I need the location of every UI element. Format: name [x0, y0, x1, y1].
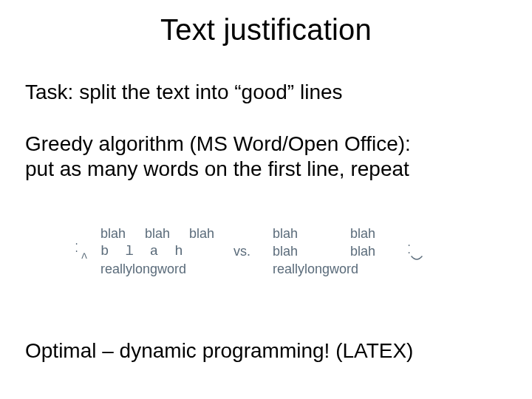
left-row-3: reallylongword: [100, 262, 226, 276]
spaced-word: blah: [100, 244, 200, 259]
word: blah: [350, 244, 375, 259]
left-row-1: blah blah blah: [100, 226, 226, 241]
optimal-line: Optimal – dynamic programming! (LATEX): [25, 338, 507, 364]
word: blah: [350, 226, 375, 241]
sad-mouth-icon: ^: [81, 253, 88, 264]
happy-face-icon: . .: [406, 240, 427, 262]
word: blah: [189, 226, 214, 241]
right-row-1: blah blah: [273, 226, 402, 241]
right-text-block: blah blah blah blah reallylongword: [273, 226, 402, 276]
long-word: reallylongword: [273, 262, 358, 276]
left-row-2-spaced: blah: [100, 244, 226, 259]
comparison-figure: . . ^ blah blah blah blah reallylongword…: [74, 207, 458, 296]
greedy-line-1: Greedy algorithm (MS Word/Open Office):: [25, 132, 507, 157]
left-text-block: blah blah blah blah reallylongword: [100, 226, 226, 276]
slide-title: Text justification: [0, 13, 532, 47]
greedy-paragraph: Greedy algorithm (MS Word/Open Office): …: [25, 132, 507, 182]
long-word: reallylongword: [100, 262, 186, 276]
smile-mouth-icon: [410, 255, 423, 262]
word: blah: [273, 226, 350, 241]
word: blah: [273, 244, 350, 259]
vs-label: vs.: [233, 244, 250, 259]
greedy-line-2: put as many words on the first line, rep…: [25, 157, 507, 182]
task-line: Task: split the text into “good” lines: [25, 80, 507, 105]
slide: Text justification Task: split the text …: [0, 0, 532, 399]
right-row-3: reallylongword: [273, 262, 402, 276]
face-eyes-right: . .: [406, 240, 427, 255]
right-row-2: blah blah: [273, 244, 402, 259]
word: blah: [145, 226, 189, 241]
sad-face-icon: . . ^: [74, 239, 95, 264]
face-eyes-left: . .: [74, 239, 95, 253]
word: blah: [100, 226, 145, 241]
